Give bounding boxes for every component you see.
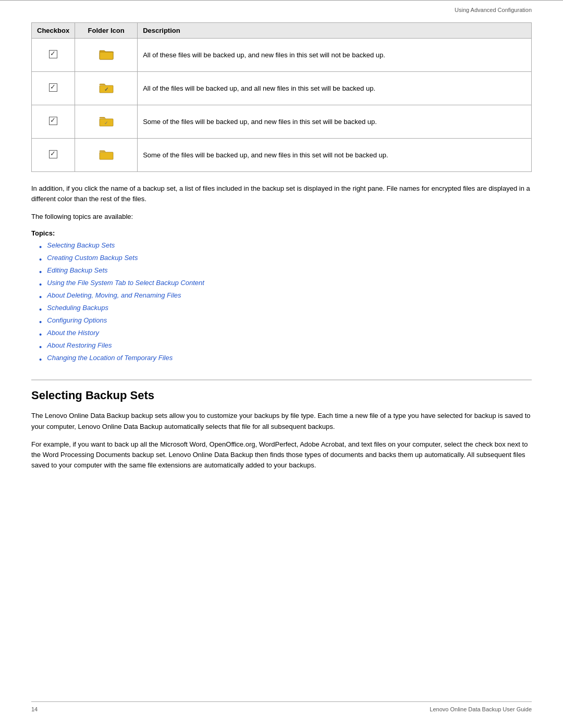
intro-paragraph-2: The following topics are available: (31, 212, 532, 222)
topic-link-editing[interactable]: Editing Backup Sets (47, 266, 107, 274)
svg-text:✓: ✓ (104, 120, 108, 126)
topic-link-selecting[interactable]: Selecting Backup Sets (47, 241, 115, 249)
folder-icons-table: Checkbox Folder Icon Description (31, 22, 532, 172)
table-row: ✓ Some of the files will be backed up, a… (32, 105, 532, 139)
page-footer: 14 Lenovo Online Data Backup User Guide (31, 701, 532, 712)
table-header-row: Checkbox Folder Icon Description (32, 23, 532, 39)
checkbox-icon (49, 50, 57, 58)
main-content: Checkbox Folder Icon Description (0, 17, 563, 509)
folder-check-icon: ✓ (99, 81, 114, 94)
page-header: Using Advanced Configuration (0, 3, 563, 17)
list-item: About Restoring Files (31, 341, 532, 352)
list-item: Changing the Location of Temporary Files (31, 354, 532, 365)
list-item: Configuring Options (31, 316, 532, 327)
top-rule (0, 0, 563, 1)
checkbox-icon (49, 117, 57, 125)
table-row: Some of the files will be backed up, and… (32, 139, 532, 172)
topic-link-configuring[interactable]: Configuring Options (47, 316, 107, 324)
section-paragraph-1: The Lenovo Online Data Backup backup set… (31, 411, 532, 431)
folder-plain-icon-2 (99, 148, 114, 161)
list-item: Scheduling Backups (31, 304, 532, 315)
checkbox-icon (49, 150, 57, 158)
intro-paragraph-1: In addition, if you click the name of a … (31, 183, 532, 204)
table-cell-folder-3: ✓ (75, 105, 138, 139)
checkbox-icon (49, 83, 57, 92)
table-cell-desc-2: All of the files will be backed up, and … (138, 72, 532, 105)
topic-link-creating[interactable]: Creating Custom Backup Sets (47, 254, 138, 262)
table-row: All of these files will be backed up, an… (32, 39, 532, 72)
table-cell-checkbox-1 (32, 39, 75, 72)
list-item: About Deleting, Moving, and Renaming Fil… (31, 291, 532, 302)
section-paragraph-2: For example, if you want to back up all … (31, 439, 532, 471)
col-header-checkbox: Checkbox (32, 23, 75, 39)
footer-page-number: 14 (31, 706, 38, 712)
svg-rect-6 (100, 152, 113, 159)
table-cell-checkbox-4 (32, 139, 75, 172)
topic-link-restoring[interactable]: About Restoring Files (47, 341, 112, 349)
folder-plain-icon (99, 48, 114, 60)
table-cell-desc-4: Some of the files will be backed up, and… (138, 139, 532, 172)
page-container: Using Advanced Configuration Checkbox Fo… (0, 0, 563, 728)
col-header-folder: Folder Icon (75, 23, 138, 39)
table-cell-checkbox-2 (32, 72, 75, 105)
topics-label: Topics: (31, 229, 532, 237)
header-title: Using Advanced Configuration (455, 7, 532, 13)
list-item: Creating Custom Backup Sets (31, 254, 532, 265)
table-cell-folder-4 (75, 139, 138, 172)
section-heading: Selecting Backup Sets (31, 379, 532, 402)
table-cell-folder-1 (75, 39, 138, 72)
table-cell-desc-3: Some of the files will be backed up, and… (138, 105, 532, 139)
topic-link-filesystem[interactable]: Using the File System Tab to Select Back… (47, 279, 204, 287)
svg-rect-1 (100, 52, 113, 59)
list-item: Selecting Backup Sets (31, 241, 532, 252)
folder-partial-check-icon: ✓ (99, 115, 114, 127)
footer-product-name: Lenovo Online Data Backup User Guide (430, 706, 532, 712)
list-item: About the History (31, 329, 532, 340)
table-cell-folder-2: ✓ (75, 72, 138, 105)
table-cell-desc-1: All of these files will be backed up, an… (138, 39, 532, 72)
topics-list: Selecting Backup Sets Creating Custom Ba… (31, 241, 532, 365)
topic-link-temporary[interactable]: Changing the Location of Temporary Files (47, 354, 173, 362)
table-row: ✓ All of the files will be backed up, an… (32, 72, 532, 105)
list-item: Editing Backup Sets (31, 266, 532, 277)
col-header-description: Description (138, 23, 532, 39)
topic-link-deleting[interactable]: About Deleting, Moving, and Renaming Fil… (47, 291, 181, 299)
list-item: Using the File System Tab to Select Back… (31, 279, 532, 290)
topic-link-history[interactable]: About the History (47, 329, 99, 337)
topic-link-scheduling[interactable]: Scheduling Backups (47, 304, 108, 312)
table-cell-checkbox-3 (32, 105, 75, 139)
svg-text:✓: ✓ (104, 87, 108, 92)
